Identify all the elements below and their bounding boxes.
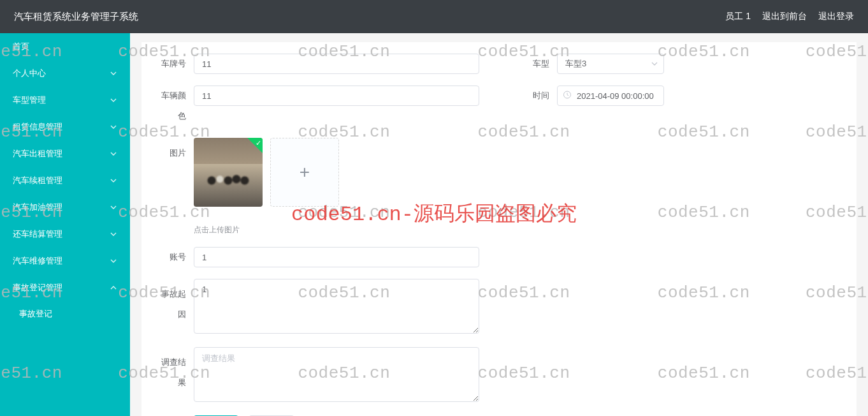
- sidebar-item-label: 租赁信息管理: [13, 121, 62, 133]
- plate-input[interactable]: [194, 54, 479, 74]
- cause-textarea[interactable]: [194, 279, 479, 334]
- sidebar-item-label: 事故登记管理: [13, 282, 62, 293]
- sidebar: 首页个人中心车型管理租赁信息管理汽车出租管理汽车续租管理汽车加油管理还车结算管理…: [0, 33, 130, 416]
- sidebar-subitem[interactable]: 事故登记: [0, 301, 130, 327]
- sidebar-item-label: 首页: [13, 41, 29, 52]
- check-icon: [247, 138, 263, 153]
- sidebar-item[interactable]: 汽车加油管理: [0, 194, 130, 221]
- result-label: 调查结果: [154, 347, 194, 393]
- chevron-down-icon: [110, 230, 117, 238]
- color-input[interactable]: [194, 85, 479, 106]
- header-right: 员工 1 退出到前台 退出登录: [725, 11, 854, 22]
- image-label: 图片: [154, 138, 194, 163]
- app-title: 汽车租赁系统业务管理子系统: [14, 11, 138, 23]
- type-label: 车型: [517, 54, 557, 74]
- sidebar-item-label: 还车结算管理: [13, 228, 62, 240]
- sidebar-item[interactable]: 个人中心: [0, 60, 130, 87]
- account-input[interactable]: [194, 247, 479, 267]
- upload-add-button[interactable]: +: [270, 138, 339, 207]
- clock-icon: [563, 91, 572, 101]
- sidebar-item[interactable]: 还车结算管理: [0, 221, 130, 248]
- sidebar-item[interactable]: 汽车续租管理: [0, 167, 130, 194]
- result-textarea[interactable]: [194, 347, 479, 402]
- account-label: 账号: [154, 247, 194, 267]
- sidebar-item-label: 个人中心: [13, 68, 46, 79]
- chevron-down-icon: [110, 257, 117, 265]
- header: 汽车租赁系统业务管理子系统 员工 1 退出到前台 退出登录: [0, 0, 868, 33]
- logout-link[interactable]: 退出登录: [818, 11, 854, 22]
- time-label: 时间: [517, 85, 557, 106]
- sidebar-item[interactable]: 首页: [0, 33, 130, 60]
- sidebar-item[interactable]: 事故登记管理: [0, 274, 130, 301]
- sidebar-item[interactable]: 车型管理: [0, 87, 130, 114]
- sidebar-item-label: 汽车维修管理: [13, 255, 62, 267]
- sidebar-item-label: 汽车加油管理: [13, 202, 62, 213]
- uploaded-image-thumb[interactable]: [194, 138, 263, 207]
- chevron-down-icon: [110, 150, 117, 158]
- cause-label: 事故起因: [154, 279, 194, 325]
- sidebar-item-label: 汽车出租管理: [13, 148, 62, 160]
- sidebar-item[interactable]: 汽车维修管理: [0, 248, 130, 274]
- sidebar-item-label: 车型管理: [13, 94, 46, 106]
- chevron-down-icon: [110, 70, 117, 77]
- chevron-down-icon: [110, 177, 117, 184]
- plate-label: 车牌号: [154, 54, 194, 74]
- time-input[interactable]: [557, 85, 664, 106]
- sidebar-item[interactable]: 租赁信息管理: [0, 114, 130, 140]
- color-label: 车辆颜色: [154, 85, 194, 126]
- chevron-down-icon: [651, 59, 658, 69]
- sidebar-item-label: 汽车续租管理: [13, 175, 62, 186]
- chevron-down-icon: [110, 96, 117, 104]
- user-name[interactable]: 员工 1: [725, 11, 751, 22]
- main-content: 车牌号 车型: [130, 33, 868, 416]
- type-select[interactable]: [557, 54, 664, 74]
- to-front-link[interactable]: 退出到前台: [762, 11, 807, 22]
- upload-tip: 点击上传图片: [194, 225, 844, 235]
- form-panel: 车牌号 车型: [141, 42, 857, 416]
- chevron-down-icon: [110, 284, 117, 292]
- chevron-down-icon: [110, 123, 117, 131]
- chevron-down-icon: [110, 204, 117, 211]
- sidebar-item[interactable]: 汽车出租管理: [0, 140, 130, 167]
